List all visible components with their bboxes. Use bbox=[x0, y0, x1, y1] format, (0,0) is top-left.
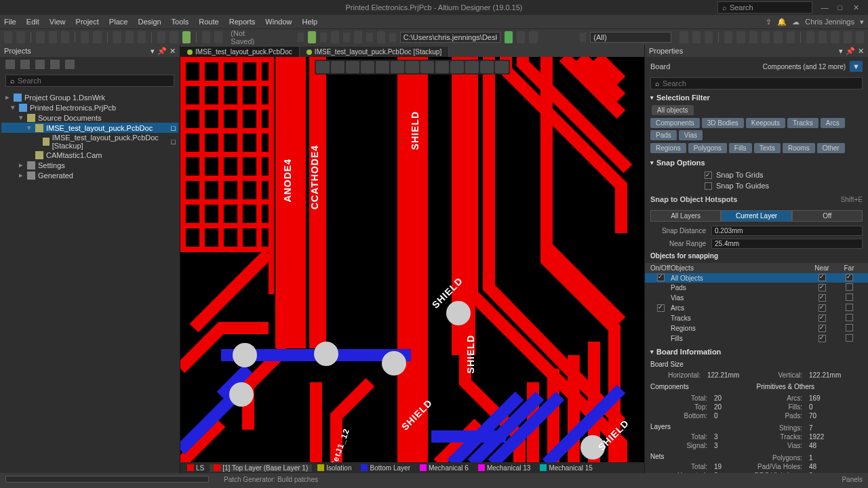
dd-2[interactable] bbox=[320, 33, 327, 42]
ctb-10[interactable] bbox=[450, 61, 464, 73]
rt-14[interactable] bbox=[856, 31, 864, 43]
tool-x1[interactable] bbox=[202, 31, 210, 43]
dd-3[interactable] bbox=[343, 33, 350, 42]
layer-iso[interactable]: Isolation bbox=[313, 464, 355, 472]
tool-copy[interactable] bbox=[93, 31, 101, 43]
rt-10[interactable] bbox=[806, 31, 814, 43]
sec-selection-filter[interactable]: Selection Filter bbox=[645, 91, 868, 104]
snap-distance-input[interactable] bbox=[711, 226, 863, 236]
ctb-11[interactable] bbox=[465, 61, 479, 73]
sec-board-info[interactable]: Board Information bbox=[645, 345, 868, 359]
status-scroll[interactable] bbox=[5, 476, 209, 483]
dd-5[interactable] bbox=[389, 33, 396, 42]
tool-b5[interactable] bbox=[377, 31, 385, 43]
doc-tab-pcb[interactable]: IMSE_test_layout_puck.PcbDoc bbox=[180, 47, 300, 57]
rt-6[interactable] bbox=[749, 31, 757, 43]
chip-components[interactable]: Components bbox=[650, 118, 700, 128]
close-button[interactable]: ✕ bbox=[849, 3, 863, 12]
panel-close-icon[interactable]: ✕ bbox=[858, 47, 864, 55]
chevron-down-icon[interactable]: ▾ bbox=[860, 18, 864, 26]
layer-bot[interactable]: Bottom Layer bbox=[357, 464, 414, 472]
chip-pads[interactable]: Pads bbox=[650, 130, 677, 140]
ctb-2[interactable] bbox=[331, 61, 344, 73]
ctb-7[interactable] bbox=[406, 61, 419, 73]
panel-pin-icon[interactable]: 📌 bbox=[157, 47, 167, 55]
tool-save[interactable] bbox=[16, 31, 24, 43]
layer-m15[interactable]: Mechanical 15 bbox=[536, 464, 596, 472]
proj-btn-refresh[interactable] bbox=[65, 60, 75, 69]
rt-1[interactable] bbox=[679, 31, 688, 43]
tool-zoom[interactable] bbox=[61, 31, 69, 43]
chip-fills[interactable]: Fills bbox=[729, 143, 752, 153]
tool-b4[interactable] bbox=[354, 31, 362, 43]
path-field[interactable] bbox=[400, 32, 500, 43]
chip-keepouts[interactable]: Keepouts bbox=[746, 118, 785, 128]
tree-project[interactable]: ▾Printed Electronics.PrjPcb bbox=[1, 102, 178, 113]
menu-place[interactable]: Place bbox=[109, 18, 128, 26]
tree-generated[interactable]: ▸Generated bbox=[1, 170, 178, 180]
tool-move[interactable] bbox=[170, 31, 178, 43]
ctb-9[interactable] bbox=[435, 61, 449, 73]
chip-vias[interactable]: Vias bbox=[679, 130, 703, 140]
tool-select[interactable] bbox=[157, 31, 165, 43]
snap-row-fills[interactable]: Fills bbox=[645, 333, 868, 344]
chip-other[interactable]: Other bbox=[817, 143, 845, 153]
cloud-icon[interactable]: ☁ bbox=[792, 18, 800, 26]
chip-rooms[interactable]: Rooms bbox=[783, 143, 815, 153]
cb-snap-grids[interactable] bbox=[705, 171, 712, 179]
chip-all-objects[interactable]: All objects bbox=[652, 105, 694, 115]
chip-regions[interactable]: Regions bbox=[650, 143, 686, 153]
menu-file[interactable]: File bbox=[4, 18, 16, 26]
tool-run[interactable] bbox=[182, 31, 191, 43]
ctb-1[interactable] bbox=[316, 61, 330, 73]
tool-open[interactable] bbox=[4, 31, 12, 43]
ctb-6[interactable] bbox=[391, 61, 404, 73]
menu-project[interactable]: Project bbox=[76, 18, 99, 26]
rt-4[interactable] bbox=[724, 31, 732, 43]
props-search-input[interactable] bbox=[663, 79, 858, 87]
snap-row-pads[interactable]: Pads bbox=[645, 283, 868, 293]
tool-paste[interactable] bbox=[113, 31, 121, 43]
layer-m6[interactable]: Mechanical 6 bbox=[416, 464, 473, 472]
chip-texts[interactable]: Texts bbox=[754, 143, 781, 153]
proj-btn-4[interactable] bbox=[50, 60, 60, 69]
layer-ls[interactable]: LS bbox=[183, 464, 208, 472]
snap-row-arcs[interactable]: Arcs bbox=[645, 303, 868, 313]
tree-doc-stackup[interactable]: IMSE_test_layout_puck.PcbDoc [Stackup]□ bbox=[1, 133, 178, 150]
project-search-input[interactable] bbox=[18, 77, 170, 85]
proj-btn-1[interactable] bbox=[5, 60, 15, 69]
menu-edit[interactable]: Edit bbox=[26, 18, 39, 26]
path-b3[interactable] bbox=[529, 31, 537, 43]
filter-field[interactable] bbox=[590, 32, 671, 43]
panel-pin-icon[interactable]: 📌 bbox=[846, 47, 855, 55]
menu-design[interactable]: Design bbox=[138, 18, 161, 26]
ht-current-layer[interactable]: Current Layer bbox=[721, 210, 791, 222]
minimize-button[interactable]: — bbox=[818, 3, 831, 12]
chip-arcs[interactable]: Arcs bbox=[821, 118, 845, 128]
path-go[interactable] bbox=[505, 31, 513, 43]
filter-icon[interactable]: ▼ bbox=[850, 61, 863, 72]
tool-redo[interactable] bbox=[138, 31, 146, 43]
layer-m13[interactable]: Mechanical 13 bbox=[474, 464, 534, 472]
rt-9[interactable] bbox=[787, 31, 795, 43]
rt-5[interactable] bbox=[736, 31, 745, 43]
tool-print[interactable] bbox=[36, 31, 44, 43]
rt-12[interactable] bbox=[831, 31, 839, 43]
tree-source-docs[interactable]: ▾Source Documents bbox=[1, 113, 178, 123]
ctb-5[interactable] bbox=[376, 61, 389, 73]
tree-doc-pcb[interactable]: ▾IMSE_test_layout_puck.PcbDoc□ bbox=[1, 123, 178, 133]
snap-row-vias[interactable]: Vias bbox=[645, 293, 868, 303]
layer-top[interactable]: [1] Top Layer (Base Layer 1) bbox=[210, 464, 312, 472]
path-b2[interactable] bbox=[517, 31, 525, 43]
panel-menu-icon[interactable]: ▾ bbox=[151, 47, 155, 55]
menu-help[interactable]: Help bbox=[302, 18, 318, 26]
tool-net[interactable] bbox=[308, 31, 316, 43]
notification-icon[interactable]: 🔔 bbox=[777, 18, 787, 26]
tree-settings[interactable]: ▸Settings bbox=[1, 160, 178, 170]
menu-window[interactable]: Window bbox=[265, 18, 292, 26]
menu-route[interactable]: Route bbox=[199, 18, 218, 26]
panel-close-icon[interactable]: ✕ bbox=[170, 47, 176, 55]
user-name[interactable]: Chris Jennings bbox=[805, 18, 854, 26]
rt-3[interactable] bbox=[705, 31, 713, 43]
chip-tracks[interactable]: Tracks bbox=[787, 118, 818, 128]
